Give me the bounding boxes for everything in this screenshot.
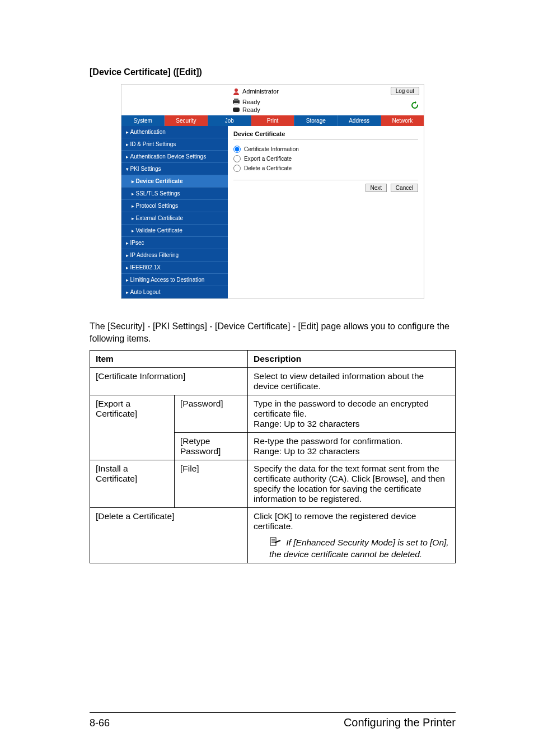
- row-cert-info-item: [Certificate Information]: [90, 368, 248, 395]
- tab-security[interactable]: Security: [165, 115, 208, 126]
- note-icon: [269, 537, 282, 549]
- tab-network[interactable]: Network: [381, 115, 424, 126]
- sidebar-item-ip-filter[interactable]: IP Address Filtering: [121, 249, 228, 262]
- svg-point-0: [235, 88, 238, 92]
- row-delete-desc-main: Click [OK] to remove the registered devi…: [254, 511, 449, 531]
- sidebar-item-pki[interactable]: PKI Settings: [121, 163, 228, 175]
- content-title: Device Certificate: [233, 130, 418, 140]
- th-desc: Description: [248, 351, 456, 368]
- section-heading: [Device Certificate] ([Edit]): [90, 67, 456, 77]
- row-export-retype-desc: Re-type the password for confirmation. R…: [248, 433, 456, 460]
- cancel-button[interactable]: Cancel: [391, 184, 418, 192]
- row-export-password-desc: Type in the password to decode an encryp…: [248, 395, 456, 433]
- radio-export-cert[interactable]: Export a Certificate: [233, 154, 418, 164]
- svg-rect-4: [233, 108, 240, 112]
- row-delete-desc: Click [OK] to remove the registered devi…: [248, 508, 456, 563]
- tab-print[interactable]: Print: [251, 115, 294, 126]
- tab-address[interactable]: Address: [338, 115, 381, 126]
- row-delete-item: [Delete a Certificate]: [90, 508, 248, 563]
- next-button[interactable]: Next: [366, 184, 387, 192]
- sidebar-item-auth-device[interactable]: Authentication Device Settings: [121, 151, 228, 163]
- sidebar-item-authentication[interactable]: Authentication: [121, 126, 228, 138]
- row-delete-desc-note: If [Enhanced Security Mode] is set to [O…: [269, 538, 449, 559]
- tab-storage[interactable]: Storage: [294, 115, 338, 126]
- logout-button[interactable]: Log out: [391, 87, 419, 95]
- sidebar-item-ssl[interactable]: SSL/TLS Settings: [121, 188, 228, 200]
- footer-title: Configuring the Printer: [344, 716, 456, 729]
- row-install-file-item: [File]: [175, 460, 248, 508]
- radio-delete-cert[interactable]: Delete a Certificate: [233, 164, 418, 173]
- sidebar-item-ieee[interactable]: IEEE802.1X: [121, 262, 228, 274]
- embedded-screenshot: Administrator Log out Ready Ready System: [121, 84, 424, 299]
- tab-system[interactable]: System: [121, 115, 165, 126]
- th-item: Item: [90, 351, 248, 368]
- admin-label: Administrator: [242, 88, 279, 95]
- toner-icon: [232, 106, 240, 113]
- row-export-password-item: [Password]: [175, 395, 248, 433]
- svg-rect-2: [234, 99, 238, 101]
- status-ready-2: Ready: [242, 106, 260, 113]
- page-footer: 8-66 Configuring the Printer: [90, 712, 456, 729]
- printer-icon: [232, 99, 240, 105]
- row-install-desc: Specify the data for the text format sen…: [248, 460, 456, 508]
- sidebar: Authentication ID & Print Settings Authe…: [121, 126, 228, 298]
- radio-cert-info[interactable]: Certificate Information: [233, 144, 418, 154]
- sidebar-item-limiting[interactable]: Limiting Access to Destination: [121, 274, 228, 286]
- sidebar-item-id-print[interactable]: ID & Print Settings: [121, 138, 228, 151]
- page-number: 8-66: [90, 717, 110, 729]
- row-export-retype-item: [Retype Password]: [175, 433, 248, 460]
- svg-rect-5: [270, 538, 276, 545]
- row-export-item: [Export a Certificate]: [90, 395, 175, 460]
- sidebar-item-protocol[interactable]: Protocol Settings: [121, 200, 228, 212]
- settings-table: Item Description [Certificate Informatio…: [90, 350, 456, 563]
- svg-rect-3: [234, 103, 238, 105]
- sidebar-item-device-certificate[interactable]: Device Certificate: [121, 175, 228, 188]
- page-caption: The [Security] - [PKI Settings] - [Devic…: [90, 320, 456, 344]
- refresh-icon[interactable]: [410, 101, 419, 111]
- sidebar-item-external-cert[interactable]: External Certificate: [121, 212, 228, 225]
- sidebar-item-ipsec[interactable]: IPsec: [121, 237, 228, 249]
- status-ready-1: Ready: [242, 99, 260, 105]
- sidebar-item-auto-logout[interactable]: Auto Logout: [121, 286, 228, 298]
- row-cert-info-desc: Select to view detailed information abou…: [248, 368, 456, 395]
- row-install-item: [Install a Certificate]: [90, 460, 175, 508]
- user-icon: [232, 87, 240, 95]
- top-tabs: System Security Job Print Storage Addres…: [121, 115, 424, 126]
- sidebar-item-validate-cert[interactable]: Validate Certificate: [121, 225, 228, 237]
- tab-job[interactable]: Job: [208, 115, 251, 126]
